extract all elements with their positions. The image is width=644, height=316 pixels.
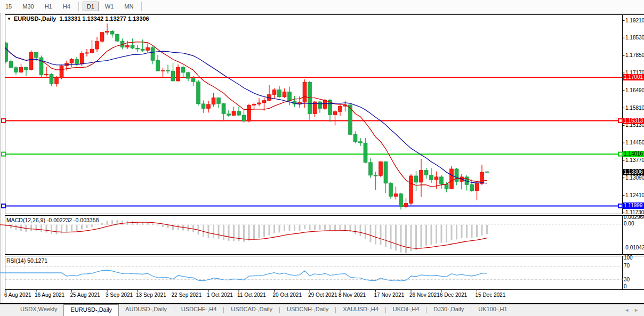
tab-scroll-left-icon[interactable]: ◄ xyxy=(624,307,629,313)
price-badge-1.17001: 1.17001 xyxy=(623,74,644,80)
candle-body xyxy=(445,184,448,189)
rsi-value: 50.1271 xyxy=(27,257,47,264)
candle-body xyxy=(409,176,413,204)
candle-body xyxy=(424,170,428,175)
candle-body xyxy=(262,101,266,103)
candle-body xyxy=(156,60,160,71)
candle-body xyxy=(475,183,479,191)
price-axis-tick-label: 1.13090 xyxy=(625,175,644,181)
candle-body xyxy=(146,47,150,50)
candle-body xyxy=(19,67,23,72)
candle-body xyxy=(136,48,140,49)
candle-body xyxy=(420,170,423,182)
candle-body xyxy=(272,90,276,94)
rsi-pane-frame xyxy=(5,256,623,290)
price-axis-tick-label: 1.14450 xyxy=(625,140,644,145)
timeframe-button-h1[interactable]: H1 xyxy=(41,2,57,11)
candle-body xyxy=(470,184,474,191)
hline-handle-left-1.14016[interactable] xyxy=(2,152,5,156)
date-axis-label: 29 Oct 2021 xyxy=(308,292,337,298)
toolbar-separator xyxy=(78,2,79,11)
candle-body xyxy=(369,163,373,175)
candle-body xyxy=(257,103,261,104)
hline-handle-right-1.11999[interactable] xyxy=(618,204,622,208)
candle-body xyxy=(430,175,433,180)
chart-canvas[interactable] xyxy=(0,0,644,316)
candle-body xyxy=(359,142,363,143)
hline-handle-right-1.15313[interactable] xyxy=(618,119,622,123)
hline-handle-left-1.15313[interactable] xyxy=(2,119,5,123)
candle-body xyxy=(247,105,251,121)
chart-tab-dj30-daily[interactable]: DJ30-,Daily xyxy=(427,304,470,316)
chart-tab-usdx-weekly[interactable]: USDX,Weekly xyxy=(14,304,63,316)
candle-body xyxy=(141,49,144,50)
macd-axis-tick-label: 0.00 xyxy=(624,221,634,226)
timeframe-button-15[interactable]: 15 xyxy=(1,2,16,11)
date-axis-label: 22 Sep 2021 xyxy=(172,292,202,298)
candle-body xyxy=(364,143,367,163)
candle-body xyxy=(414,176,418,182)
timeframe-button-w1[interactable]: W1 xyxy=(101,2,118,11)
macd-axis-tick-label: 0.002966 xyxy=(624,214,644,220)
date-axis-label: 13 Sep 2021 xyxy=(136,292,166,298)
date-axis-label: 20 Oct 2021 xyxy=(273,292,302,298)
candle-body xyxy=(450,169,454,189)
date-axis-label: 25 Aug 2021 xyxy=(70,292,100,298)
candle-body xyxy=(126,45,130,47)
candle-body xyxy=(187,72,190,78)
candle-body xyxy=(212,98,215,104)
candle-body xyxy=(0,42,3,43)
candle-body xyxy=(151,47,155,60)
rsi-axis-tick-label: 0 xyxy=(624,283,627,289)
timeframe-button-h4[interactable]: H4 xyxy=(59,2,75,11)
timeframe-button-mn[interactable]: MN xyxy=(120,2,138,11)
date-axis-label: 6 Dec 2021 xyxy=(440,292,467,298)
chart-tab-uk100-h1[interactable]: UK100-,H1 xyxy=(472,304,513,316)
tab-separator xyxy=(174,307,174,313)
chart-tab-usdcnh-daily[interactable]: USDCNH-,Daily xyxy=(280,304,335,316)
tab-separator xyxy=(335,307,336,313)
chart-tab-usdcad-daily[interactable]: USDCAD-,Daily xyxy=(224,304,279,316)
candle-body xyxy=(181,67,185,72)
chart-tab-xauusd-h4[interactable]: XAUUSD-,H4 xyxy=(336,304,385,316)
chart-tab-eurusd-daily[interactable]: EURUSD-,Daily xyxy=(63,304,119,316)
candle-body xyxy=(176,67,180,81)
chart-tab-usdchf-h4[interactable]: USDCHF-,H4 xyxy=(175,304,223,316)
tab-separator xyxy=(426,307,426,313)
candle-body xyxy=(131,45,134,48)
price-badge-1.11999: 1.11999 xyxy=(623,202,644,209)
chart-tab-audusd-daily[interactable]: AUDUSD-,Daily xyxy=(119,304,173,316)
tab-scroll-right-icon[interactable]: ► xyxy=(634,307,639,313)
candle-body xyxy=(434,177,438,180)
chart-tab-ukoil-h4[interactable]: UKOil-,H4 xyxy=(387,304,426,316)
candle-body xyxy=(161,70,165,71)
timeframe-button-m30[interactable]: M30 xyxy=(18,2,38,11)
timeframe-toolbar: 15M30H1H4D1W1MN xyxy=(0,0,644,13)
candle-body xyxy=(35,52,38,58)
candle-body xyxy=(80,53,84,64)
candle-body xyxy=(166,70,170,71)
candle-body xyxy=(60,66,63,78)
macd-axis-tick-label: -0.01042 xyxy=(624,245,644,250)
candle-body xyxy=(202,104,205,109)
candle-body xyxy=(232,111,236,116)
price-axis-tick-label: 1.13770 xyxy=(625,157,644,163)
rsi-axis-tick-label: 70 xyxy=(624,263,630,269)
price-axis-tick-label: 1.19210 xyxy=(625,18,644,23)
price-badge-1.14016: 1.14016 xyxy=(623,151,644,157)
tab-separator xyxy=(385,307,386,313)
hline-handle-left-1.11999[interactable] xyxy=(2,204,5,208)
candle-body xyxy=(455,169,458,182)
candle-body xyxy=(85,53,89,53)
candle-body xyxy=(191,78,195,82)
timeframe-button-d1[interactable]: D1 xyxy=(83,2,99,11)
price-axis-tick-label: 1.15810 xyxy=(625,105,644,111)
candle-body xyxy=(318,102,322,109)
candle-body xyxy=(116,34,119,41)
candle-body xyxy=(283,92,286,97)
candle-body xyxy=(389,183,393,197)
candle-body xyxy=(384,161,388,183)
hline-handle-right-1.14016[interactable] xyxy=(618,152,622,156)
price-axis-tick-label: 1.16490 xyxy=(625,87,644,93)
candle-body xyxy=(252,104,256,105)
